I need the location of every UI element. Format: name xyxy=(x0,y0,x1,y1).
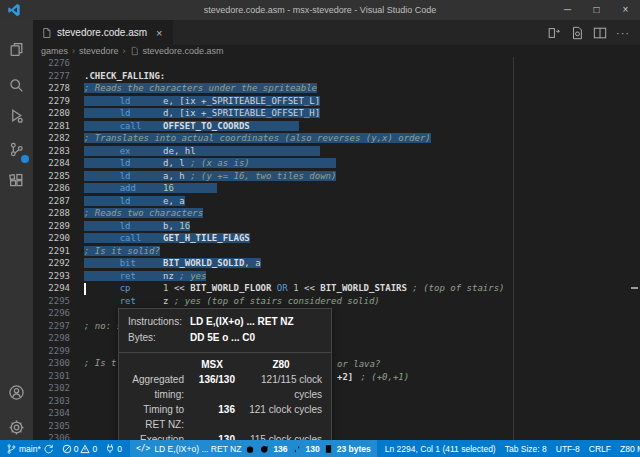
z80-asm-status[interactable]: </> LD E,(IX+o) ... RET NZ 136 130 23 by… xyxy=(130,440,377,457)
line-number[interactable]: 2287 xyxy=(33,195,70,208)
line-text: ld b, 16 xyxy=(84,221,190,231)
breadcrumb-item-file[interactable]: stevedore.code.asm xyxy=(143,46,224,56)
breadcrumb-item-games[interactable]: games xyxy=(41,46,68,56)
line-number[interactable]: 2291 xyxy=(33,245,70,258)
encoding-status[interactable]: UTF-8 xyxy=(556,444,580,454)
eol-status[interactable]: CRLF xyxy=(589,444,611,454)
line-text: ld d, l ; (x as is) xyxy=(84,158,336,168)
code-line[interactable]: 2290 call GET_H_TILE_FLAGS xyxy=(33,232,640,245)
tab-close-icon[interactable]: × xyxy=(154,27,164,39)
line-number[interactable]: 2283 xyxy=(33,145,70,158)
window-title: stevedore.code.asm - msx-stevedore - Vis… xyxy=(0,5,640,15)
line-number[interactable]: 2284 xyxy=(33,157,70,170)
language-mode-status[interactable]: Z80 Macro-Assembler xyxy=(620,444,640,454)
close-button[interactable]: × xyxy=(611,0,640,20)
run-debug-icon[interactable] xyxy=(0,100,33,130)
line-number[interactable]: 2304 xyxy=(33,407,70,420)
code-line[interactable]: 2295 ret z ; yes (top of stairs consider… xyxy=(33,295,640,308)
line-number[interactable]: 2295 xyxy=(33,295,70,308)
tooltip-table-header: MSX Z80 xyxy=(128,357,322,372)
line-number[interactable]: 2296 xyxy=(33,307,70,320)
line-number[interactable]: 2303 xyxy=(33,395,70,408)
line-number[interactable]: 2293 xyxy=(33,270,70,283)
source-control-icon[interactable] xyxy=(0,134,33,164)
line-number[interactable]: 2290 xyxy=(33,232,70,245)
breadcrumb-item-stevedore[interactable]: stevedore xyxy=(79,46,119,56)
line-text: bit BIT_WORLD_SOLID, a xyxy=(84,258,261,268)
line-number[interactable]: 2276 xyxy=(33,57,70,70)
line-number[interactable]: 2289 xyxy=(33,220,70,233)
code-line[interactable]: 2279 ld e, [ix +_SPRITEABLE_OFFSET_L] xyxy=(33,95,640,108)
tab-stevedore-code-asm[interactable]: stevedore.code.asm × xyxy=(33,20,173,45)
line-text: .CHECK_FALLING: xyxy=(84,71,165,81)
line-number[interactable]: 2298 xyxy=(33,332,70,345)
line-number[interactable]: 2302 xyxy=(33,382,70,395)
line-number[interactable]: 2277 xyxy=(33,70,70,83)
line-text: ld e, [ix +_SPRITEABLE_OFFSET_L] xyxy=(84,96,320,106)
line-number[interactable]: 2279 xyxy=(33,95,70,108)
line-number[interactable]: 2305 xyxy=(33,420,70,433)
ports-count: 0 xyxy=(117,444,122,454)
code-line[interactable]: 2283 ex de, hl xyxy=(33,145,640,158)
branch-status[interactable]: main* xyxy=(6,443,54,455)
line-number[interactable]: 2294 xyxy=(33,282,70,295)
open-changes-icon[interactable] xyxy=(547,26,561,40)
line-number[interactable]: 2300 xyxy=(33,357,70,370)
code-line[interactable]: 2276 xyxy=(33,57,640,70)
split-editor-icon[interactable] xyxy=(593,26,607,40)
vscode-logo-icon xyxy=(7,3,21,17)
code-line[interactable]: 2280 ld d, [ix +_SPRITEABLE_OFFSET_H] xyxy=(33,107,640,120)
more-actions-icon[interactable]: ··· xyxy=(616,27,630,39)
line-number[interactable]: 2286 xyxy=(33,182,70,195)
code-line[interactable]: 2294 cp 1 << BIT_WORLD_FLOOR OR 1 << BIT… xyxy=(33,282,640,295)
cursor-position-status[interactable]: Ln 2294, Col 1 (411 selected) xyxy=(385,444,496,454)
open-preview-icon[interactable] xyxy=(570,26,584,40)
code-line[interactable]: 2291; Is it solid? xyxy=(33,245,640,258)
line-number[interactable]: 2297 xyxy=(33,320,70,333)
line-number[interactable]: 2301 xyxy=(33,370,70,383)
account-icon[interactable] xyxy=(0,377,33,407)
line-text: ret z ; yes (top of stairs considered so… xyxy=(84,296,380,306)
code-line[interactable]: 2287 ld e, a xyxy=(33,195,640,208)
line-text: ; Translates into actual coordinates (al… xyxy=(84,133,431,143)
minimize-button[interactable]: ─ xyxy=(553,0,582,20)
branch-name: main* xyxy=(19,444,41,454)
code-line[interactable]: 2288; Reads two characters xyxy=(33,207,640,220)
branch-icon xyxy=(6,443,17,455)
line-number[interactable]: 2282 xyxy=(33,132,70,145)
line-number[interactable]: 2288 xyxy=(33,207,70,220)
line-text: ld e, a xyxy=(84,196,185,206)
code-line[interactable]: 2281 call OFFSET_TO_COORDS xyxy=(33,120,640,133)
line-number[interactable]: 2299 xyxy=(33,345,70,358)
code-line[interactable]: 2293 ret nz ; yes xyxy=(33,270,640,283)
line-number[interactable]: 2281 xyxy=(33,120,70,133)
ports-status[interactable]: 0 xyxy=(105,443,122,454)
code-line[interactable]: 2284 ld d, l ; (x as is) xyxy=(33,157,640,170)
line-text: ex de, hl xyxy=(84,146,320,156)
explorer-icon[interactable] xyxy=(0,34,33,64)
extensions-icon[interactable] xyxy=(0,165,33,195)
tab-size-status[interactable]: Tab Size: 8 xyxy=(505,444,547,454)
line-number[interactable]: 2306 xyxy=(33,432,70,440)
tab-label: stevedore.code.asm xyxy=(57,27,147,38)
line-number[interactable]: 2285 xyxy=(33,170,70,183)
code-line[interactable]: 2278; Reads the characters under the spr… xyxy=(33,82,640,95)
warnings-icon xyxy=(80,444,90,454)
timing-tooltip: Instructions: LD E,(IX+o) ... RET NZ Byt… xyxy=(118,308,332,440)
line-number[interactable]: 2280 xyxy=(33,107,70,120)
line-number[interactable]: 2278 xyxy=(33,82,70,95)
code-line[interactable]: 2292 bit BIT_WORLD_SOLID, a xyxy=(33,257,640,270)
code-line[interactable]: 2277.CHECK_FALLING: xyxy=(33,70,640,83)
code-line[interactable]: 2285 ld a, h ; (y += 16, two tiles down) xyxy=(33,170,640,183)
problems-status[interactable]: 0 0 xyxy=(62,444,97,454)
code-line[interactable]: 2289 ld b, 16 xyxy=(33,220,640,233)
tooltip-instructions-label: Instructions: xyxy=(128,314,190,330)
settings-gear-icon[interactable] xyxy=(0,412,33,442)
search-icon[interactable] xyxy=(0,70,33,100)
code-editor[interactable]: 22762277.CHECK_FALLING:2278; Reads the c… xyxy=(33,57,640,440)
code-line[interactable]: 2286 add 16 xyxy=(33,182,640,195)
asm-timing-flow: 130 xyxy=(306,444,320,454)
code-line[interactable]: 2282; Translates into actual coordinates… xyxy=(33,132,640,145)
maximize-button[interactable]: □ xyxy=(582,0,611,20)
line-number[interactable]: 2292 xyxy=(33,257,70,270)
